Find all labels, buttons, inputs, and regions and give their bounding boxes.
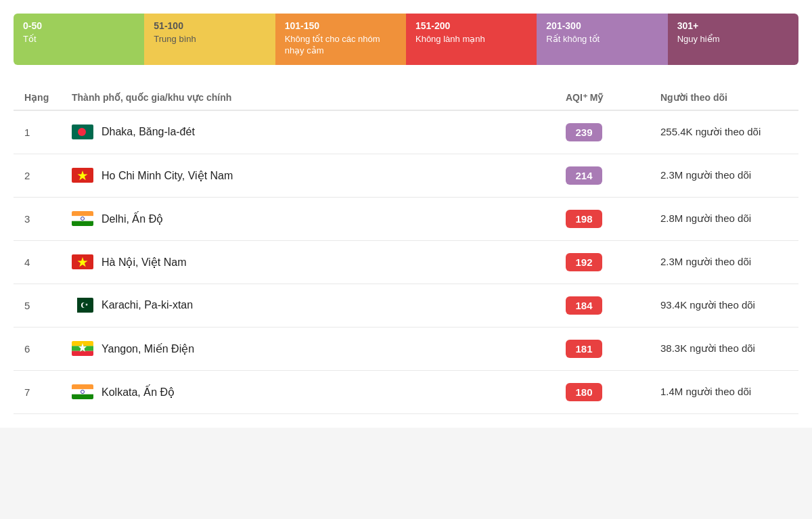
followers-cell: 1.4M người theo dõi: [650, 370, 798, 413]
rank-cell: 5: [14, 284, 61, 327]
aqi-cell: 184: [555, 284, 650, 327]
city-name: Yangon, Miến Điện: [102, 342, 194, 355]
rank-cell: 7: [14, 370, 61, 413]
legend-segment: 301+Nguy hiểm: [668, 14, 798, 65]
aqi-badge: 184: [566, 296, 602, 315]
followers-cell: 2.3M người theo dõi: [650, 240, 798, 284]
city-name: Dhaka, Băng-la-đét: [102, 126, 195, 138]
col-header-rank: Hạng: [14, 85, 61, 110]
city-cell: Karachi, Pa-ki-xtan: [61, 284, 555, 327]
followers-text: 1.4M người theo dõi: [660, 386, 751, 397]
country-flag-vn: [72, 168, 93, 183]
followers-cell: 255.4K người theo dõi: [650, 110, 798, 154]
followers-text: 2.8M người theo dõi: [660, 212, 751, 224]
city-cell: Yangon, Miến Điện: [61, 327, 555, 370]
aqi-cell: 198: [555, 197, 650, 240]
svg-rect-4: [72, 211, 93, 216]
city-cell: Dhaka, Băng-la-đét: [61, 110, 555, 154]
table-row[interactable]: 2 Ho Chi Minh City, Việt Nam 214 2.3M ng…: [14, 154, 798, 197]
ranking-table: Hạng Thành phố, quốc gia/khu vực chính A…: [14, 85, 798, 414]
rank-cell: 1: [14, 110, 61, 154]
city-name: Ho Chi Minh City, Việt Nam: [102, 169, 233, 182]
aqi-cell: 214: [555, 154, 650, 197]
svg-rect-17: [72, 351, 93, 356]
city-cell: Delhi, Ấn Độ: [61, 197, 555, 240]
aqi-badge: 180: [566, 383, 602, 401]
aqi-badge: 214: [566, 166, 602, 185]
legend-segment: 0-50Tốt: [14, 14, 144, 65]
page-container: 0-50Tốt51-100Trung bình101-150Không tốt …: [0, 0, 812, 428]
followers-text: 2.3M người theo dõi: [660, 256, 751, 267]
legend-segment: 201-300Rất không tốt: [537, 14, 667, 65]
country-flag-in: [72, 384, 93, 399]
followers-text: 255.4K người theo dõi: [660, 126, 761, 137]
followers-cell: 93.4K người theo dõi: [650, 284, 798, 327]
svg-rect-10: [72, 298, 77, 313]
svg-point-1: [78, 128, 86, 136]
aqi-badge: 198: [566, 210, 602, 228]
table-row[interactable]: 3 Delhi, Ấn Độ 198 2.8M người theo dõi: [14, 197, 798, 240]
city-name: Kolkata, Ấn Độ: [102, 386, 175, 399]
svg-rect-6: [72, 221, 93, 226]
rank-cell: 6: [14, 327, 61, 370]
rank-cell: 3: [14, 197, 61, 240]
table-row[interactable]: 4 Hà Nội, Việt Nam 192 2.3M người theo d…: [14, 240, 798, 284]
followers-text: 38.3K người theo dõi: [660, 342, 755, 354]
city-cell: Kolkata, Ấn Độ: [61, 370, 555, 413]
svg-rect-21: [72, 394, 93, 399]
followers-text: 93.4K người theo dõi: [660, 299, 755, 311]
aqi-legend-bar: 0-50Tốt51-100Trung bình101-150Không tốt …: [14, 14, 798, 65]
legend-segment: 151-200Không lành mạnh: [406, 14, 537, 65]
country-flag-bd: [72, 125, 93, 139]
aqi-cell: 192: [555, 240, 650, 284]
city-name: Hà Nội, Việt Nam: [102, 256, 187, 269]
col-header-followers: Người theo dõi: [650, 85, 798, 110]
followers-cell: 2.3M người theo dõi: [650, 154, 798, 197]
city-name: Delhi, Ấn Độ: [102, 212, 163, 225]
col-header-aqi: AQI⁺ Mỹ: [555, 85, 650, 110]
svg-rect-19: [72, 384, 93, 389]
aqi-badge: 181: [566, 340, 602, 358]
col-header-city: Thành phố, quốc gia/khu vực chính: [61, 85, 555, 110]
table-row[interactable]: 7 Kolkata, Ấn Độ 180 1.4M người theo dõi: [14, 370, 798, 413]
aqi-badge: 239: [566, 123, 602, 141]
aqi-badge: 192: [566, 253, 602, 271]
aqi-cell: 239: [555, 110, 650, 154]
aqi-cell: 180: [555, 370, 650, 413]
aqi-cell: 181: [555, 327, 650, 370]
rank-cell: 4: [14, 240, 61, 284]
country-flag-vn: [72, 254, 93, 269]
legend-segment: 101-150Không tốt cho các nhóm nhạy cảm: [275, 14, 406, 65]
table-row[interactable]: 6 Yangon, Miến Điện 181 38.3K người theo…: [14, 327, 798, 370]
country-flag-in: [72, 211, 93, 226]
city-name: Karachi, Pa-ki-xtan: [102, 299, 193, 311]
city-cell: Ho Chi Minh City, Việt Nam: [61, 154, 555, 197]
legend-segment: 51-100Trung bình: [144, 14, 275, 65]
followers-cell: 38.3K người theo dõi: [650, 327, 798, 370]
city-cell: Hà Nội, Việt Nam: [61, 240, 555, 284]
followers-text: 2.3M người theo dõi: [660, 169, 751, 181]
country-flag-mm: [72, 341, 93, 356]
table-row[interactable]: 1 Dhaka, Băng-la-đét 239 255.4K người th…: [14, 110, 798, 154]
country-flag-pk: [72, 298, 93, 313]
followers-cell: 2.8M người theo dõi: [650, 197, 798, 240]
table-row[interactable]: 5 Karachi, Pa-ki-xtan 184 93.4K người th…: [14, 284, 798, 327]
rank-cell: 2: [14, 154, 61, 197]
